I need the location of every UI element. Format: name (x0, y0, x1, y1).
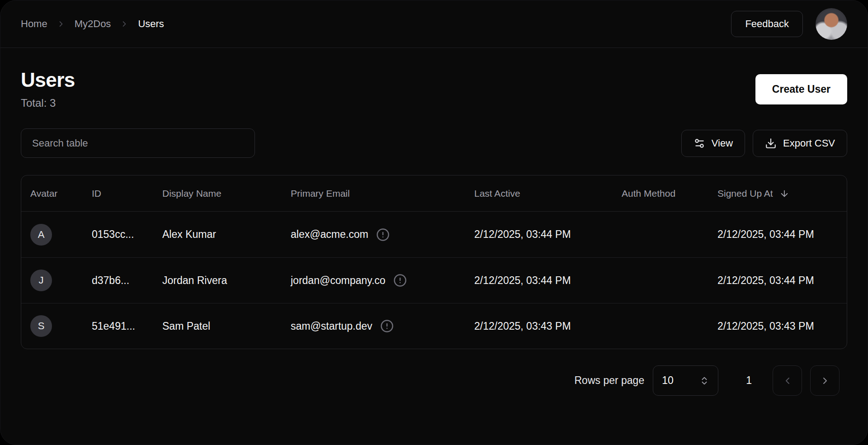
users-table: Avatar ID Display Name Primary Email Las… (21, 175, 847, 349)
email-text: jordan@company.co (291, 275, 386, 287)
avatar: S (30, 315, 52, 337)
column-header-label: Signed Up At (717, 188, 773, 199)
current-page-indicator: 1 (746, 374, 752, 387)
total-count: Total: 3 (21, 97, 75, 109)
column-header-id[interactable]: ID (92, 188, 162, 199)
column-header-signed-up-at[interactable]: Signed Up At (717, 188, 838, 199)
primary-email-cell: sam@startup.dev (291, 319, 474, 333)
main-content: Users Total: 3 Create User View (0, 48, 868, 445)
alert-circle-icon[interactable] (393, 274, 407, 287)
primary-email-cell: jordan@company.co (291, 274, 474, 287)
top-nav: Home My2Dos Users Feedback (0, 0, 868, 48)
chevron-right-icon (820, 375, 830, 386)
pagination-bar: Rows per page 10 1 (21, 365, 847, 396)
feedback-button[interactable]: Feedback (731, 11, 803, 37)
last-active-cell: 2/12/2025, 03:43 PM (474, 320, 622, 332)
last-active-cell: 2/12/2025, 03:44 PM (474, 275, 622, 287)
primary-email-cell: alex@acme.com (291, 228, 474, 241)
column-header-auth-method[interactable]: Auth Method (622, 188, 717, 199)
avatar: A (30, 224, 52, 246)
signed-up-at-cell: 2/12/2025, 03:44 PM (717, 228, 838, 241)
breadcrumb-my2dos[interactable]: My2Dos (75, 18, 111, 30)
signed-up-at-cell: 2/12/2025, 03:43 PM (717, 320, 838, 332)
table-row[interactable]: J d37b6... Jordan Rivera jordan@company.… (21, 257, 847, 303)
rows-per-page-select[interactable]: 10 (653, 365, 718, 396)
next-page-button[interactable] (810, 365, 840, 396)
table-header-row: Avatar ID Display Name Primary Email Las… (21, 175, 847, 212)
rows-per-page-value: 10 (662, 374, 674, 387)
table-toolbar: View Export CSV (21, 128, 847, 158)
avatar-cell: A (30, 224, 92, 246)
page-title: Users (21, 69, 75, 91)
title-row: Users Total: 3 Create User (21, 69, 847, 109)
view-button[interactable]: View (681, 130, 745, 157)
chevrons-up-down-icon (699, 376, 709, 386)
column-header-label: ID (92, 188, 101, 199)
id-cell: 51e491... (92, 320, 162, 332)
id-cell: d37b6... (92, 275, 162, 287)
column-header-last-active[interactable]: Last Active (474, 188, 622, 199)
rows-per-page-label: Rows per page (575, 374, 645, 387)
toolbar-buttons: View Export CSV (681, 130, 847, 157)
column-header-label: Primary Email (291, 188, 350, 199)
display-name-cell: Jordan Rivera (162, 275, 291, 287)
email-text: sam@startup.dev (291, 320, 373, 332)
display-name-cell: Sam Patel (162, 320, 291, 332)
email-text: alex@acme.com (291, 228, 368, 241)
chevron-left-icon (782, 375, 793, 386)
view-button-label: View (712, 137, 733, 149)
search-input[interactable] (21, 128, 255, 158)
avatar-cell: J (30, 270, 92, 291)
table-row[interactable]: A 0153cc... Alex Kumar alex@acme.com 2/1… (21, 212, 847, 257)
column-header-label: Avatar (30, 188, 57, 199)
profile-avatar[interactable] (816, 8, 847, 40)
breadcrumb-home[interactable]: Home (21, 18, 47, 30)
id-cell: 0153cc... (92, 228, 162, 241)
display-name-cell: Alex Kumar (162, 228, 291, 241)
breadcrumb-users[interactable]: Users (138, 18, 164, 30)
breadcrumb: Home My2Dos Users (21, 18, 164, 30)
chevron-right-icon (120, 19, 129, 28)
chevron-right-icon (57, 19, 66, 28)
column-header-display-name[interactable]: Display Name (162, 188, 291, 199)
sliders-icon (693, 137, 705, 149)
alert-circle-icon[interactable] (376, 228, 390, 241)
column-header-label: Display Name (162, 188, 222, 199)
export-csv-button[interactable]: Export CSV (753, 130, 847, 157)
sort-arrow-down-icon (779, 189, 789, 199)
top-nav-right: Feedback (731, 8, 847, 40)
alert-circle-icon[interactable] (380, 319, 394, 333)
column-header-avatar[interactable]: Avatar (30, 188, 92, 199)
table-row[interactable]: S 51e491... Sam Patel sam@startup.dev 2/… (21, 303, 847, 349)
avatar-cell: S (30, 315, 92, 337)
avatar: J (30, 270, 52, 291)
column-header-label: Last Active (474, 188, 520, 199)
column-header-primary-email[interactable]: Primary Email (291, 188, 474, 199)
previous-page-button[interactable] (773, 365, 802, 396)
title-block: Users Total: 3 (21, 69, 75, 109)
create-user-button[interactable]: Create User (755, 74, 847, 104)
column-header-label: Auth Method (622, 188, 675, 199)
export-csv-button-label: Export CSV (783, 137, 835, 149)
app-window: Home My2Dos Users Feedback Users Total: … (0, 0, 868, 445)
signed-up-at-cell: 2/12/2025, 03:44 PM (717, 275, 838, 287)
download-icon (765, 137, 777, 149)
last-active-cell: 2/12/2025, 03:44 PM (474, 228, 622, 241)
